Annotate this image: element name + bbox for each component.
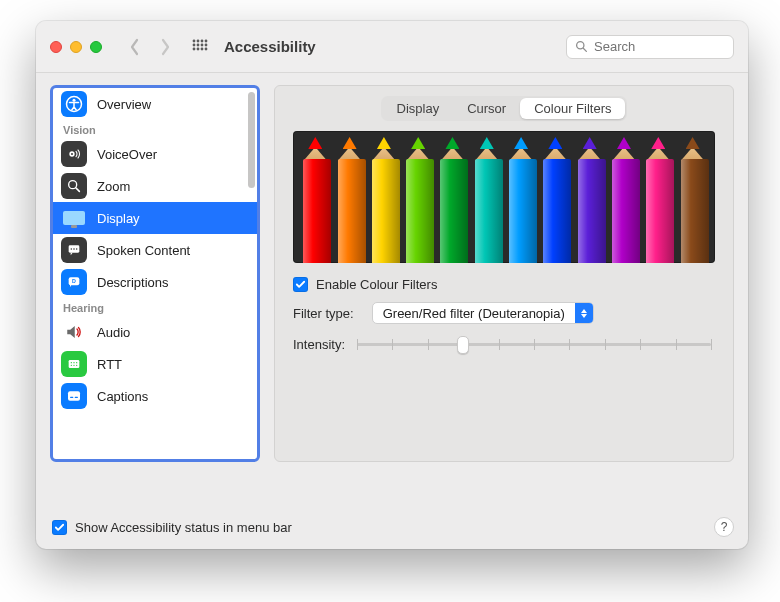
svg-point-11 — [205, 47, 208, 50]
descriptions-icon: D — [61, 269, 87, 295]
slider-tick — [676, 339, 677, 350]
sidebar-item-overview[interactable]: Overview — [53, 88, 257, 120]
svg-point-32 — [76, 365, 77, 366]
traffic-lights — [50, 41, 102, 53]
svg-point-21 — [71, 248, 73, 250]
tab-colour-filters[interactable]: Colour Filters — [520, 98, 625, 119]
search-input[interactable] — [594, 39, 725, 54]
zoom-icon — [61, 173, 87, 199]
captions-icon — [61, 383, 87, 409]
sidebar-item-label: Spoken Content — [97, 243, 190, 258]
accessibility-icon — [61, 91, 87, 117]
svg-point-1 — [197, 39, 200, 42]
svg-point-29 — [76, 362, 77, 363]
svg-point-15 — [73, 99, 76, 102]
zoom-window-button[interactable] — [90, 41, 102, 53]
window-toolbar: Accessibility — [36, 21, 748, 73]
voiceover-icon — [61, 141, 87, 167]
pencil — [440, 131, 464, 263]
check-icon — [54, 522, 65, 533]
spoken-content-icon — [61, 237, 87, 263]
show-all-button[interactable] — [190, 37, 210, 57]
sidebar-item-audio[interactable]: Audio — [53, 316, 257, 348]
back-button[interactable] — [126, 36, 144, 58]
search-icon — [575, 40, 588, 53]
svg-point-10 — [201, 47, 204, 50]
colour-filters-form: Enable Colour Filters Filter type: Green… — [293, 277, 715, 354]
slider-tick — [711, 339, 712, 350]
sidebar-item-label: Display — [97, 211, 140, 226]
svg-point-6 — [201, 43, 204, 46]
svg-point-17 — [71, 153, 73, 155]
sidebar-item-label: Audio — [97, 325, 130, 340]
slider-tick — [534, 339, 535, 350]
svg-point-28 — [73, 362, 74, 363]
svg-point-31 — [73, 365, 74, 366]
slider-tick — [392, 339, 393, 350]
sidebar-item-zoom[interactable]: Zoom — [53, 170, 257, 202]
filter-type-select[interactable]: Green/Red filter (Deuteranopia) — [372, 302, 594, 324]
slider-tick — [428, 339, 429, 350]
sidebar-item-spoken-content[interactable]: Spoken Content — [53, 234, 257, 266]
sidebar-item-captions[interactable]: Captions — [53, 380, 257, 412]
intensity-slider[interactable] — [357, 334, 711, 354]
check-icon — [295, 279, 306, 290]
svg-rect-34 — [70, 397, 73, 398]
svg-point-4 — [193, 43, 196, 46]
close-window-button[interactable] — [50, 41, 62, 53]
main-panel: Display Cursor Colour Filters Enable Col… — [274, 85, 734, 462]
svg-text:D: D — [72, 278, 76, 284]
audio-icon — [61, 319, 87, 345]
show-status-menubar-label: Show Accessibility status in menu bar — [75, 520, 292, 535]
slider-tick — [569, 339, 570, 350]
svg-point-3 — [205, 39, 208, 42]
sidebar-section-hearing: Hearing — [53, 298, 257, 316]
pencil — [509, 131, 533, 263]
svg-point-30 — [71, 365, 72, 366]
chevron-right-icon — [159, 38, 171, 56]
pencil — [681, 131, 705, 263]
pencil — [475, 131, 499, 263]
window-title: Accessibility — [224, 38, 316, 55]
forward-button[interactable] — [156, 36, 174, 58]
pencil — [406, 131, 430, 263]
help-button[interactable]: ? — [714, 517, 734, 537]
svg-point-27 — [71, 362, 72, 363]
sidebar-scrollbar[interactable] — [248, 92, 255, 188]
sidebar: Overview Vision VoiceOver Zoom — [50, 85, 260, 462]
slider-tick — [499, 339, 500, 350]
nav-buttons — [126, 36, 174, 58]
preferences-window: Accessibility Overview Vision — [36, 21, 748, 549]
svg-point-7 — [205, 43, 208, 46]
sidebar-section-vision: Vision — [53, 120, 257, 138]
enable-colour-filters-checkbox[interactable] — [293, 277, 308, 292]
svg-line-13 — [583, 48, 586, 51]
slider-tick — [357, 339, 358, 350]
slider-tick — [640, 339, 641, 350]
sidebar-item-label: Overview — [97, 97, 151, 112]
sidebar-item-label: Descriptions — [97, 275, 169, 290]
slider-thumb[interactable] — [457, 336, 469, 354]
search-field[interactable] — [566, 35, 734, 59]
svg-point-23 — [76, 248, 78, 250]
display-icon — [61, 205, 87, 231]
intensity-label: Intensity: — [293, 337, 345, 352]
slider-tick — [605, 339, 606, 350]
sidebar-item-voiceover[interactable]: VoiceOver — [53, 138, 257, 170]
sidebar-item-rtt[interactable]: RTT — [53, 348, 257, 380]
show-status-menubar-checkbox[interactable] — [52, 520, 67, 535]
pencil — [612, 131, 636, 263]
minimize-window-button[interactable] — [70, 41, 82, 53]
tab-cursor[interactable]: Cursor — [453, 98, 520, 119]
sidebar-item-label: Captions — [97, 389, 148, 404]
tab-display[interactable]: Display — [383, 98, 454, 119]
svg-rect-33 — [68, 391, 80, 400]
svg-point-2 — [201, 39, 204, 42]
chevron-left-icon — [129, 38, 141, 56]
help-icon: ? — [721, 520, 728, 534]
sidebar-item-label: RTT — [97, 357, 122, 372]
sidebar-item-display[interactable]: Display — [53, 202, 257, 234]
pencil — [338, 131, 362, 263]
pencil — [578, 131, 602, 263]
sidebar-item-descriptions[interactable]: D Descriptions — [53, 266, 257, 298]
